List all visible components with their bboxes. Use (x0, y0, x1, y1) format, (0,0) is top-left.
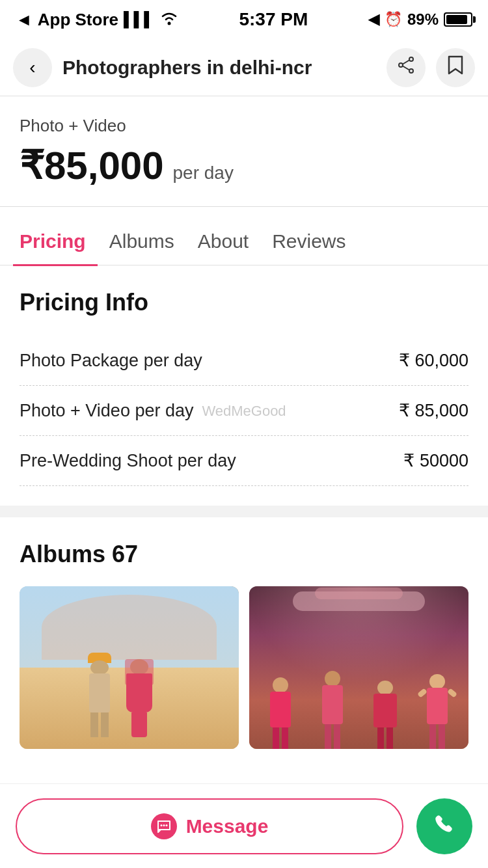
svg-line-4 (403, 61, 409, 64)
pricing-label-prewedding: Pre-Wedding Shoot per day (20, 451, 236, 471)
albums-grid (20, 586, 468, 749)
svg-point-8 (165, 824, 167, 826)
svg-point-1 (409, 57, 413, 61)
tab-bar: Pricing Albums About Reviews (0, 207, 488, 265)
pricing-value-prewedding: ₹ 50000 (403, 450, 468, 471)
page-title: Photographers in delhi-ncr (62, 57, 376, 79)
status-indicators: ◀ ⏰ 89% (368, 10, 472, 29)
share-icon (397, 56, 415, 79)
tab-about[interactable]: About (186, 230, 260, 266)
price-amount: ₹85,000 (20, 142, 164, 188)
status-time: 5:37 PM (239, 9, 308, 30)
svg-point-2 (399, 63, 403, 67)
album-image-left (20, 586, 239, 749)
pricing-section: Pricing Info WedMeGood Photo Package per… (0, 265, 488, 506)
battery-percentage: 89% (407, 10, 439, 29)
message-label: Message (186, 815, 269, 837)
pricing-value-photo-video: ₹ 85,000 (399, 400, 468, 421)
pricing-info-title: Pricing Info (20, 289, 468, 316)
wifi-icon (159, 10, 179, 30)
share-button[interactable] (386, 48, 426, 87)
back-button[interactable]: ‹ (13, 48, 52, 87)
location-icon: ◀ (368, 11, 379, 28)
albums-title: Albums 67 (20, 541, 468, 568)
battery-icon (444, 12, 472, 27)
albums-section: Albums 67 (0, 517, 488, 762)
nav-header: ‹ Photographers in delhi-ncr (0, 39, 488, 96)
pricing-row-photo: Photo Package per day ₹ 60,000 (20, 336, 468, 386)
bottom-bar: Message (0, 783, 488, 868)
tab-pricing[interactable]: Pricing (13, 230, 98, 266)
tab-reviews[interactable]: Reviews (260, 230, 357, 266)
pricing-label-photo-video: Photo + Video per day (20, 401, 193, 421)
message-icon (151, 813, 177, 839)
album-thumb-right[interactable] (249, 586, 468, 749)
svg-line-5 (403, 66, 409, 70)
call-button[interactable] (416, 798, 472, 854)
pricing-label-photo: Photo Package per day (20, 351, 202, 371)
package-header: Photo + Video ₹85,000 per day (0, 96, 488, 206)
tab-albums[interactable]: Albums (98, 230, 186, 266)
pricing-value-photo: ₹ 60,000 (399, 350, 468, 371)
svg-point-6 (160, 824, 162, 826)
message-button[interactable]: Message (16, 798, 403, 854)
pricing-rows-container: WedMeGood Photo Package per day ₹ 60,000… (20, 336, 468, 486)
price-period: per day (173, 163, 234, 183)
svg-point-0 (167, 21, 170, 25)
package-type: Photo + Video (20, 116, 468, 136)
status-bar: ◄ App Store ▌▌▌ 5:37 PM ◀ ⏰ 89% (0, 0, 488, 39)
bookmark-icon (447, 55, 464, 79)
back-arrow-icon: ◄ (16, 10, 33, 30)
status-carrier: ◄ App Store ▌▌▌ (16, 10, 179, 30)
bookmark-button[interactable] (436, 48, 475, 87)
signal-icon: ▌▌▌ (124, 11, 154, 28)
pricing-row-photo-video: Photo + Video per day ₹ 85,000 (20, 386, 468, 436)
alarm-icon: ⏰ (385, 11, 402, 28)
album-image-right (249, 586, 468, 749)
pricing-row-prewedding: Pre-Wedding Shoot per day ₹ 50000 (20, 436, 468, 486)
back-chevron-icon: ‹ (29, 57, 35, 78)
phone-icon (433, 811, 456, 841)
svg-point-3 (409, 69, 413, 73)
album-thumb-left[interactable] (20, 586, 239, 749)
package-price: ₹85,000 per day (20, 142, 468, 188)
svg-point-7 (163, 824, 165, 826)
section-separator (0, 506, 488, 517)
